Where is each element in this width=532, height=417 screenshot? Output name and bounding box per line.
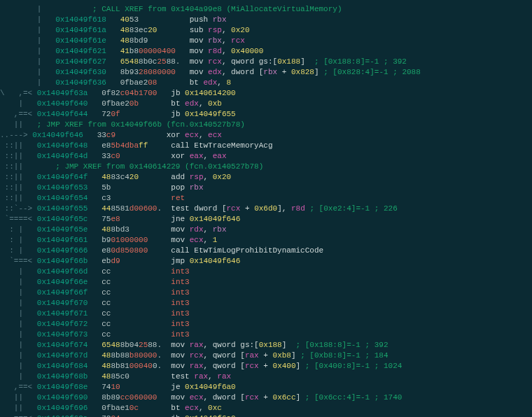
asm-row[interactable]: | 0x14049f627 65488b0c2588. mov rcx, qwo… bbox=[0, 57, 532, 67]
asm-row[interactable]: `===< 0x14049f66b ebd9 jmp 0x14049f646 bbox=[0, 256, 532, 267]
asm-row[interactable]: ,==< 0x14049f644 720f jb 0x14049f655 bbox=[0, 109, 532, 120]
mnemonic: sub bbox=[190, 26, 208, 34]
asm-row[interactable]: | 0x14049f672 cc int3 bbox=[0, 319, 532, 330]
hex-bytes: 488bd3 bbox=[102, 225, 171, 234]
asm-row[interactable]: ::|| 0x14049f648 e85b4dbaff call EtwTrac… bbox=[0, 141, 532, 151]
mnemonic: int3 bbox=[171, 330, 189, 339]
asm-row[interactable]: | 0x14049f66e cc int3 bbox=[0, 277, 532, 288]
asm-row[interactable]: | 0x14049f61e 488bd9 mov rbx, rcx bbox=[0, 36, 532, 46]
address: 0x14049f69a bbox=[37, 414, 88, 417]
asm-row[interactable]: | 0x14049f630 8b9328080000 mov edx, dwor… bbox=[0, 67, 532, 78]
address: 0x14049f640 bbox=[37, 99, 88, 108]
asm-row[interactable]: | 0x14049f61a 4883ec20 sub rsp, 0x20 bbox=[0, 25, 532, 36]
hex-bytes: 0f82c04b1700 bbox=[102, 89, 171, 97]
address: 0x14049f61e bbox=[55, 36, 106, 45]
mnemonic: bt bbox=[171, 404, 185, 412]
asm-row[interactable]: | 0x14049f66d cc int3 bbox=[0, 267, 532, 277]
hex-bytes: 488b81000400. bbox=[102, 362, 171, 370]
asm-row[interactable]: ::|| 0x14049f654 c3 ret bbox=[0, 193, 532, 204]
address: 0x14049f621 bbox=[55, 47, 106, 55]
hex-bytes: 41b800000400 bbox=[120, 47, 190, 55]
hex-bytes: 8b89cc060000 bbox=[102, 393, 171, 402]
address: 0x14049f66b bbox=[37, 257, 88, 265]
asm-row[interactable]: | 0x14049f618 4053 push rbx bbox=[0, 15, 532, 25]
asm-row[interactable]: ::|| 0x14049f64d 33c0 xor eax, eax bbox=[0, 151, 532, 162]
mnemonic: jb bbox=[171, 110, 185, 118]
asm-row[interactable]: | 0x14049f621 41b800000400 mov r8d, 0x40… bbox=[0, 46, 532, 57]
hex-bytes: cc bbox=[102, 330, 171, 339]
mnemonic: xor bbox=[167, 131, 185, 139]
asm-row[interactable]: : | 0x14049f666 e80d850800 call EtwTimLo… bbox=[0, 246, 532, 256]
hex-bytes: 7410 bbox=[102, 383, 171, 391]
asm-row[interactable]: \ ,=< 0x14049f63a 0f82c04b1700 jb 0x1406… bbox=[0, 88, 532, 99]
hex-bytes: cc bbox=[102, 309, 171, 318]
mnemonic: int3 bbox=[171, 278, 189, 286]
mnemonic: mov bbox=[190, 57, 208, 66]
hex-bytes: 448581d00600. bbox=[102, 204, 171, 213]
address: 0x14049f66d bbox=[37, 267, 88, 276]
address: 0x14049f618 bbox=[55, 15, 106, 24]
address: 0x14049f653 bbox=[37, 183, 88, 192]
hex-bytes: 4883c420 bbox=[102, 173, 171, 181]
hex-bytes: 4053 bbox=[120, 15, 190, 24]
inline-comment: ; [0x188:8]=-1 ; 392 bbox=[314, 57, 407, 66]
asm-row[interactable]: ::|| 0x14049f64f 4883c420 add rsp, 0x20 bbox=[0, 172, 532, 183]
mnemonic: mov bbox=[190, 68, 208, 76]
asm-row[interactable]: | 0x14049f674 65488b042588. mov rax, qwo… bbox=[0, 340, 532, 351]
asm-row[interactable]: | 0x14049f636 0fbae208 bt edx, 8 bbox=[0, 78, 532, 88]
asm-row[interactable]: | 0x14049f68b 4885c0 test rax, rax bbox=[0, 372, 532, 382]
address: 0x14049f654 bbox=[37, 194, 88, 202]
hex-bytes: 75e8 bbox=[102, 215, 171, 223]
hex-bytes: cc bbox=[102, 278, 171, 286]
mnemonic: mov bbox=[171, 236, 189, 244]
asm-row[interactable]: ..---> 0x14049f646 33c9 xor ecx, ecx bbox=[0, 130, 532, 141]
hex-bytes: 33c0 bbox=[102, 152, 171, 160]
hex-bytes: 65488b0c2588. bbox=[120, 57, 190, 66]
asm-row[interactable]: `====< 0x14049f65c 75e8 jne 0x14049f646 bbox=[0, 214, 532, 225]
asm-row[interactable]: | 0x14049f640 0fbae20b bt edx, 0xb bbox=[0, 99, 532, 109]
asm-row[interactable]: || 0x14049f696 0fbae10c bt ecx, 0xc bbox=[0, 403, 532, 414]
hex-bytes: 4883ec20 bbox=[120, 26, 190, 34]
asm-row[interactable]: | 0x14049f684 488b81000400. mov rax, qwo… bbox=[0, 361, 532, 372]
asm-row[interactable]: : | 0x14049f661 b901000000 mov ecx, 1 bbox=[0, 235, 532, 246]
address: 0x14049f68b bbox=[37, 372, 88, 381]
address: 0x14049f655 bbox=[37, 204, 88, 213]
mnemonic: bt bbox=[171, 99, 185, 108]
xref-comment: ; JMP XREF from 0x140614229 (fcn.0x14052… bbox=[55, 162, 263, 171]
asm-row[interactable]: | 0x14049f67d 488b88b80000. mov rcx, qwo… bbox=[0, 351, 532, 361]
hex-bytes: cc bbox=[102, 267, 171, 276]
asm-row[interactable]: : | 0x14049f65e 488bd3 mov rdx, rbx bbox=[0, 225, 532, 235]
asm-row[interactable]: || ; JMP XREF from 0x14049f66b (fcn.0x14… bbox=[0, 120, 532, 130]
hex-bytes: 4885c0 bbox=[102, 372, 171, 381]
address: 0x14049f690 bbox=[37, 393, 88, 402]
hex-bytes: b901000000 bbox=[102, 236, 171, 244]
asm-row[interactable]: | 0x14049f66f cc int3 bbox=[0, 288, 532, 298]
asm-row[interactable]: | ; CALL XREF from 0x1404a99e8 (MiAlloca… bbox=[0, 4, 532, 15]
asm-row[interactable]: | 0x14049f670 cc int3 bbox=[0, 298, 532, 309]
address: 0x14049f684 bbox=[37, 362, 88, 370]
hex-bytes: 8b9328080000 bbox=[120, 68, 190, 76]
mnemonic: xor bbox=[171, 152, 189, 160]
asm-row[interactable]: ,==< 0x14049f68e 7410 je 0x14049f6a0 bbox=[0, 382, 532, 393]
hex-bytes: cc bbox=[102, 288, 171, 297]
asm-row[interactable]: ::|| 0x14049f653 5b pop rbx bbox=[0, 183, 532, 193]
asm-row[interactable]: ,===< 0x14049f69a 7204 jb 0x14049f6a0 bbox=[0, 414, 532, 417]
mnemonic: mov bbox=[171, 341, 189, 349]
xref-comment: ; CALL XREF from 0x1404a99e8 (MiAllocate… bbox=[92, 5, 342, 13]
address: 0x14049f673 bbox=[37, 330, 88, 339]
asm-row[interactable]: | 0x14049f671 cc int3 bbox=[0, 309, 532, 319]
hex-bytes: cc bbox=[102, 299, 171, 307]
mnemonic: int3 bbox=[171, 299, 189, 307]
hex-bytes: 5b bbox=[102, 183, 171, 192]
mnemonic: mov bbox=[171, 351, 189, 360]
asm-row[interactable]: || 0x14049f690 8b89cc060000 mov ecx, dwo… bbox=[0, 393, 532, 403]
disasm-listing: | ; CALL XREF from 0x1404a99e8 (MiAlloca… bbox=[0, 0, 532, 417]
asm-row[interactable]: ::|| ; JMP XREF from 0x140614229 (fcn.0x… bbox=[0, 162, 532, 172]
address: 0x14049f666 bbox=[37, 246, 88, 255]
hex-bytes: 488b88b80000. bbox=[102, 351, 171, 360]
asm-row[interactable]: | 0x14049f673 cc int3 bbox=[0, 330, 532, 340]
address: 0x14049f674 bbox=[37, 341, 88, 349]
hex-bytes: e85b4dbaff bbox=[102, 141, 171, 150]
address: 0x14049f66f bbox=[37, 288, 88, 297]
asm-row[interactable]: ::`--> 0x14049f655 448581d00600. test dw… bbox=[0, 204, 532, 214]
